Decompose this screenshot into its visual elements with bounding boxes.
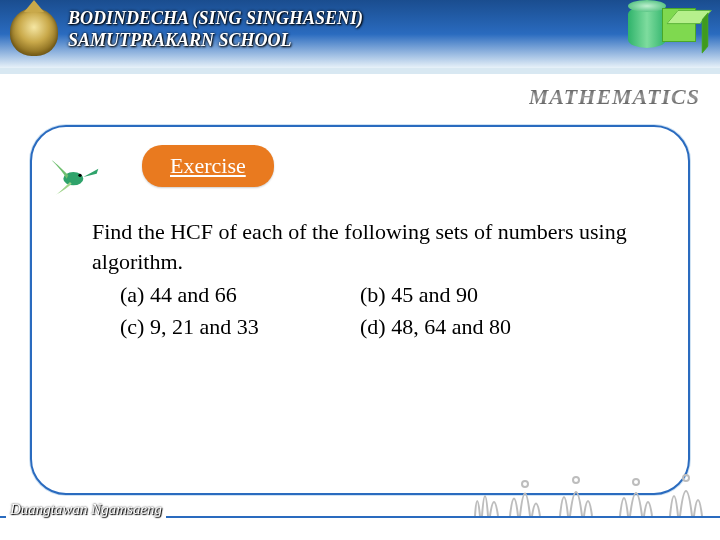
cylinder-icon xyxy=(628,6,666,48)
header-3d-shapes xyxy=(628,6,702,48)
exercise-badge: Exercise xyxy=(142,145,274,187)
author-name: Duangtawan Ngamsaeng xyxy=(6,501,166,518)
option-b: (b) 45 and 90 xyxy=(360,280,648,310)
grass-silhouette-icon xyxy=(470,466,710,516)
header-band: BODINDECHA (SING SINGHASENI) SAMUTPRAKAR… xyxy=(0,0,720,70)
question-block: Find the HCF of each of the following se… xyxy=(92,217,648,342)
svg-point-2 xyxy=(522,481,528,487)
svg-point-3 xyxy=(573,477,579,483)
svg-point-5 xyxy=(683,475,689,481)
content-card: Exercise Find the HCF of each of the fol… xyxy=(30,125,690,495)
hummingbird-icon xyxy=(50,157,100,197)
option-a: (a) 44 and 66 xyxy=(120,280,360,310)
question-text: Find the HCF of each of the following se… xyxy=(92,217,648,276)
svg-point-1 xyxy=(78,174,81,177)
option-d: (d) 48, 64 and 80 xyxy=(360,312,648,342)
school-line1: BODINDECHA (SING SINGHASENI) xyxy=(68,8,363,30)
subject-label: MATHEMATICS xyxy=(529,84,700,110)
option-c: (c) 9, 21 and 33 xyxy=(120,312,360,342)
school-crest-icon xyxy=(10,8,58,56)
cube-icon xyxy=(662,8,702,48)
options-grid: (a) 44 and 66 (b) 45 and 90 (c) 9, 21 an… xyxy=(92,280,648,341)
school-line2: SAMUTPRAKARN SCHOOL xyxy=(68,30,363,52)
school-name: BODINDECHA (SING SINGHASENI) SAMUTPRAKAR… xyxy=(68,8,363,51)
svg-point-4 xyxy=(633,479,639,485)
